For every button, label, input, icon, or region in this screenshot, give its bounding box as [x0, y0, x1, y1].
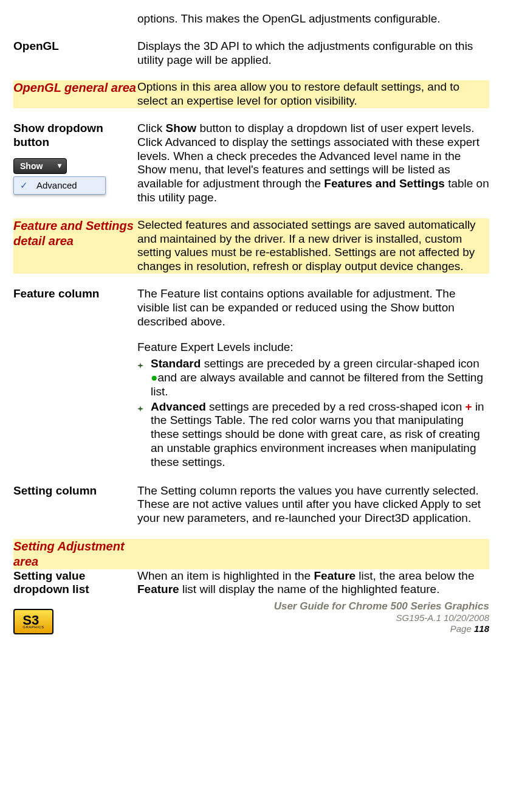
feature-column-label: Feature column	[13, 287, 99, 300]
dropdown-list-text: When an item is highlighted in the Featu…	[137, 569, 474, 596]
opengl-label: OpenGL	[13, 40, 59, 52]
t: list will display the name of the highli…	[179, 583, 440, 595]
setting-column-label: Setting column	[13, 484, 97, 497]
dropdown-list-label: Setting value dropdown list	[13, 569, 89, 596]
t: When an item is highlighted in the	[137, 569, 314, 582]
show-button-graphic: Show	[13, 158, 67, 174]
bullet-text: Standard settings are preceded by a gree…	[151, 357, 489, 398]
show-dropdown-label: Show dropdown button	[13, 122, 137, 150]
t-bold: Features and Settings	[324, 177, 445, 190]
list-item: Advanced settings are preceded by a red …	[137, 400, 489, 470]
detail-area-label: Feature and Settings detail area	[13, 219, 134, 248]
t-bold: Feature	[314, 569, 356, 582]
show-button-menu: ✓ Advanced	[13, 176, 106, 195]
green-dot-icon: ●	[151, 371, 157, 384]
red-cross-icon: +	[465, 400, 472, 413]
detail-area-text: Selected features and associated setting…	[137, 218, 476, 272]
opengl-text: Displays the 3D API to which the adjustm…	[137, 40, 473, 66]
t: settings are preceded by a red cross-sha…	[206, 400, 465, 413]
t-bold: Standard	[151, 357, 201, 370]
setting-column-text: The Setting column reports the values yo…	[137, 484, 481, 525]
t-bold: Show	[165, 122, 196, 134]
t: list, the area below the	[356, 569, 474, 582]
general-area-text: Options in this area allow you to restor…	[137, 80, 459, 107]
t-bold: Feature	[137, 583, 179, 595]
footer-meta: SG195-A.1 10/20/2008	[58, 612, 489, 623]
showbtn-text: Click Show button to display a dropdown …	[137, 122, 489, 204]
feature-column-p1: The Feature list contains options availa…	[137, 287, 489, 328]
show-dropdown-figure: Show ✓ Advanced	[13, 158, 137, 195]
advanced-menu-item: Advanced	[36, 180, 77, 191]
bullet-text: Advanced settings are preceded by a red …	[151, 400, 489, 470]
footer-title: User Guide for Chrome 500 Series Graphic…	[58, 600, 489, 612]
s3-logo: S3 GRAPHICS	[13, 609, 53, 634]
list-item: Standard settings are preceded by a gree…	[137, 357, 489, 398]
general-area-label: OpenGL general area	[13, 81, 136, 94]
page-number: 118	[474, 623, 489, 634]
page-label: Page	[450, 623, 474, 634]
adjustment-area-label: Setting Adjustment area	[13, 540, 125, 568]
show-button-text: Show	[20, 161, 43, 171]
footer-page: Page 118	[58, 623, 489, 634]
feature-column-p2: Feature Expert Levels include:	[137, 341, 489, 355]
check-icon: ✓	[20, 180, 28, 191]
bullet-icon	[137, 358, 151, 372]
t-bold: Advanced	[151, 400, 206, 413]
bullet-icon	[137, 401, 151, 415]
intro-text: options. This makes the OpenGL adjustmen…	[137, 12, 441, 25]
t: and are always available and cannot be f…	[151, 371, 483, 398]
logo-sub: GRAPHICS	[22, 626, 44, 629]
t: settings are preceded by a green circula…	[201, 357, 479, 370]
t: Click	[137, 122, 165, 134]
